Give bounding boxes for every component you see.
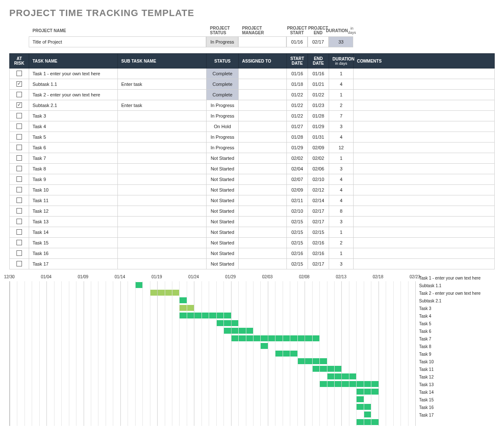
start-date-cell[interactable]: 01/28 [287, 132, 308, 143]
assigned-cell[interactable] [239, 195, 287, 206]
comments-cell[interactable] [354, 206, 495, 217]
status-cell[interactable]: In Progress [207, 132, 239, 143]
comments-cell[interactable] [354, 217, 495, 227]
task-name-cell[interactable]: Task 8 [29, 164, 118, 174]
end-date-cell[interactable]: 01/28 [308, 111, 329, 121]
assigned-cell[interactable] [239, 90, 287, 100]
at-risk-checkbox[interactable] [16, 219, 22, 224]
assigned-cell[interactable] [239, 238, 287, 248]
end-date-cell[interactable]: 02/16 [308, 248, 329, 259]
status-cell[interactable]: Not Started [207, 164, 239, 174]
status-cell[interactable]: Not Started [207, 206, 239, 217]
comments-cell[interactable] [354, 238, 495, 248]
at-risk-checkbox[interactable] [16, 102, 22, 108]
subtask-cell[interactable] [118, 238, 207, 248]
comments-cell[interactable] [354, 164, 495, 174]
start-date-cell[interactable]: 02/09 [287, 185, 308, 195]
end-date-cell[interactable]: 01/21 [308, 79, 329, 90]
start-date-cell[interactable]: 01/16 [287, 69, 308, 79]
assigned-cell[interactable] [239, 143, 287, 153]
comments-cell[interactable] [354, 121, 495, 132]
status-cell[interactable]: Not Started [207, 174, 239, 185]
comments-cell[interactable] [354, 195, 495, 206]
end-date-cell[interactable]: 01/31 [308, 132, 329, 143]
start-date-cell[interactable]: 01/22 [287, 111, 308, 121]
task-name-cell[interactable]: Task 16 [29, 248, 118, 259]
assigned-cell[interactable] [239, 174, 287, 185]
at-risk-checkbox[interactable] [16, 187, 22, 192]
assigned-cell[interactable] [239, 153, 287, 164]
assigned-cell[interactable] [239, 206, 287, 217]
at-risk-checkbox[interactable] [16, 250, 22, 256]
subtask-cell[interactable] [118, 195, 207, 206]
assigned-cell[interactable] [239, 185, 287, 195]
comments-cell[interactable] [354, 248, 495, 259]
comments-cell[interactable] [354, 90, 495, 100]
at-risk-checkbox[interactable] [16, 261, 22, 266]
subtask-cell[interactable] [118, 164, 207, 174]
start-date-cell[interactable]: 01/29 [287, 143, 308, 153]
at-risk-checkbox[interactable] [16, 155, 22, 161]
task-name-cell[interactable]: Task 5 [29, 132, 118, 143]
at-risk-checkbox[interactable] [16, 240, 22, 245]
status-cell[interactable]: Not Started [207, 217, 239, 227]
task-name-cell[interactable]: Task 3 [29, 111, 118, 121]
status-cell[interactable]: Not Started [207, 153, 239, 164]
status-cell[interactable]: On Hold [207, 121, 239, 132]
status-cell[interactable]: In Progress [207, 100, 239, 111]
comments-cell[interactable] [354, 100, 495, 111]
task-name-cell[interactable]: Task 7 [29, 153, 118, 164]
assigned-cell[interactable] [239, 121, 287, 132]
comments-cell[interactable] [354, 185, 495, 195]
at-risk-checkbox[interactable] [16, 71, 22, 76]
status-cell[interactable]: Not Started [207, 227, 239, 238]
task-name-cell[interactable]: Task 2 - enter your own text here [29, 90, 118, 100]
assigned-cell[interactable] [239, 132, 287, 143]
task-name-cell[interactable]: Task 12 [29, 206, 118, 217]
subtask-cell[interactable]: Enter task [118, 100, 207, 111]
subtask-cell[interactable] [118, 121, 207, 132]
subtask-cell[interactable] [118, 206, 207, 217]
assigned-cell[interactable] [239, 111, 287, 121]
at-risk-checkbox[interactable] [16, 134, 22, 140]
start-date-cell[interactable]: 02/16 [287, 248, 308, 259]
subtask-cell[interactable] [118, 143, 207, 153]
subtask-cell[interactable] [118, 259, 207, 269]
end-date-cell[interactable]: 01/22 [308, 90, 329, 100]
start-date-cell[interactable]: 02/11 [287, 195, 308, 206]
task-name-cell[interactable]: Subtask 2.1 [29, 100, 118, 111]
assigned-cell[interactable] [239, 164, 287, 174]
start-date-cell[interactable]: 02/15 [287, 217, 308, 227]
status-cell[interactable]: Complete [207, 90, 239, 100]
assigned-cell[interactable] [239, 227, 287, 238]
start-date-cell[interactable]: 02/15 [287, 238, 308, 248]
assigned-cell[interactable] [239, 248, 287, 259]
assigned-cell[interactable] [239, 217, 287, 227]
status-cell[interactable]: Complete [207, 79, 239, 90]
end-date-cell[interactable]: 02/17 [308, 217, 329, 227]
start-date-cell[interactable]: 02/04 [287, 164, 308, 174]
end-date-cell[interactable]: 02/16 [308, 238, 329, 248]
subtask-cell[interactable] [118, 185, 207, 195]
task-name-cell[interactable]: Task 10 [29, 185, 118, 195]
task-name-cell[interactable]: Task 4 [29, 121, 118, 132]
end-date-cell[interactable]: 02/17 [308, 206, 329, 217]
end-date-cell[interactable]: 02/09 [308, 143, 329, 153]
end-date-cell[interactable]: 02/06 [308, 164, 329, 174]
status-cell[interactable]: Not Started [207, 185, 239, 195]
task-name-cell[interactable]: Subtask 1.1 [29, 79, 118, 90]
at-risk-checkbox[interactable] [16, 92, 22, 97]
start-date-cell[interactable]: 02/15 [287, 227, 308, 238]
status-cell[interactable]: Not Started [207, 248, 239, 259]
subtask-cell[interactable] [118, 153, 207, 164]
status-cell[interactable]: Not Started [207, 238, 239, 248]
start-date-cell[interactable]: 01/22 [287, 100, 308, 111]
start-date-cell[interactable]: 02/02 [287, 153, 308, 164]
at-risk-checkbox[interactable] [16, 229, 22, 235]
start-date-cell[interactable]: 01/27 [287, 121, 308, 132]
comments-cell[interactable] [354, 259, 495, 269]
assigned-cell[interactable] [239, 259, 287, 269]
subtask-cell[interactable] [118, 90, 207, 100]
status-cell[interactable]: Not Started [207, 259, 239, 269]
comments-cell[interactable] [354, 111, 495, 121]
